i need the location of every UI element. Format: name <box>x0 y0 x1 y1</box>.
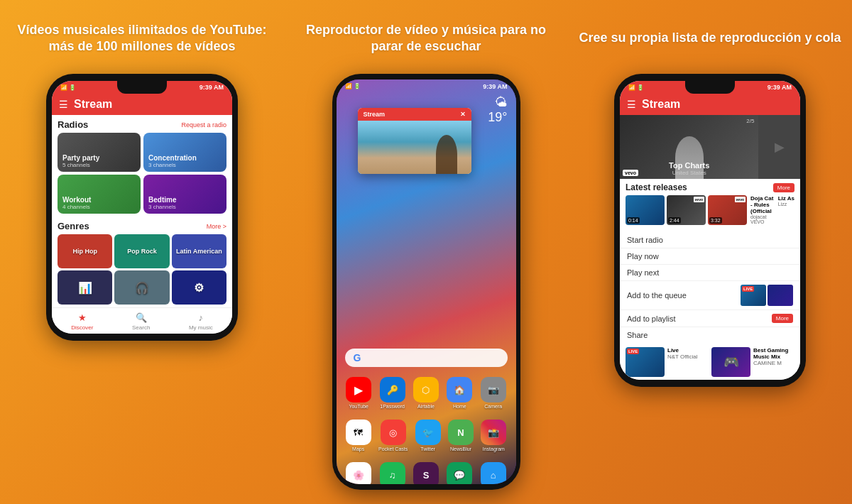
nav-search[interactable]: 🔍 Search <box>132 312 150 331</box>
bottom-nav-1: ★ Discover 🔍 Search ♪ My music <box>52 307 232 334</box>
chart-next-placeholder: ▶ <box>775 139 785 155</box>
radio-card-concentration-sub: 3 channels <box>148 162 222 168</box>
latest-releases: Latest releases More 0:14 2:44 vevo 3:32… <box>620 179 800 231</box>
radio-card-concentration-name: Concentration <box>148 154 222 162</box>
home-label: Home <box>453 404 466 409</box>
app-youtube[interactable]: ▶ YouTube <box>346 377 371 409</box>
bottom-vid-1-info: Live N&T Official <box>667 347 709 377</box>
context-share[interactable]: Share <box>620 327 800 343</box>
app-camera[interactable]: 📷 Camera <box>481 377 506 409</box>
radio-card-party-name: Party party <box>62 154 136 162</box>
more-btn-2[interactable]: More <box>772 314 793 323</box>
radio-card-workout-sub: 4 channels <box>62 204 136 210</box>
context-add-queue[interactable]: Add to the queue LIVE <box>620 281 800 310</box>
genre-latin[interactable]: Latin American <box>172 234 226 268</box>
bottom-vid-2-info: Best Gaming Music Mix CAMINE M <box>753 347 794 377</box>
radio-card-concentration[interactable]: Concentration 3 channels <box>143 133 226 172</box>
my-music-icon: ♪ <box>199 312 204 323</box>
live-badge: LIVE <box>742 286 754 292</box>
app-pocketcasts[interactable]: ◎ Pocket Casts <box>378 420 408 451</box>
hangouts-icon: 💬 <box>447 462 472 484</box>
nav-discover[interactable]: ★ Discover <box>71 312 93 331</box>
genre-latin-label: Latin American <box>176 248 222 255</box>
app-hangouts[interactable]: 💬 Hangouts <box>447 462 472 484</box>
genres-section-header: Genres More > <box>52 221 232 231</box>
panel-1-heading: Vídeos musicales ilimitados de YouTube: … <box>17 13 266 64</box>
latest-more-btn[interactable]: More <box>773 183 794 192</box>
panel-3-heading: Cree su propia lista de reproducción y c… <box>579 13 841 64</box>
queue-thumbs: LIVE <box>741 285 793 306</box>
nav-my-music[interactable]: ♪ My music <box>189 312 213 331</box>
genre-icon-2[interactable]: 🎧 <box>114 270 169 305</box>
stream-popup-close[interactable]: ✕ <box>460 111 466 118</box>
app-slack[interactable]: S Slack <box>413 462 439 484</box>
radio-card-workout-name: Workout <box>62 196 136 204</box>
app-maps[interactable]: 🗺 Maps <box>346 420 371 451</box>
stream-popup[interactable]: Stream ✕ <box>358 108 471 174</box>
bottom-vid-2[interactable]: 🎮 <box>711 347 750 377</box>
release-thumb-1[interactable]: 0:14 <box>626 195 665 225</box>
context-menu: Start radio Play now Play next Add to th… <box>620 231 800 344</box>
app-header-3: ☰ Stream <box>620 94 800 115</box>
stream-popup-thumbnail <box>358 121 471 174</box>
release-thumb-3[interactable]: 3:32 vevo <box>708 195 747 225</box>
app-photos[interactable]: 🌸 Photos <box>346 462 371 484</box>
bottom-vid-1[interactable]: LIVE <box>626 347 665 377</box>
app-twitter[interactable]: 🐦 Twitter <box>415 420 441 451</box>
bottom-video-items: LIVE Live N&T Official 🎮 Best Gaming Mus… <box>620 344 800 380</box>
status-time-3: 9:39 AM <box>768 84 792 91</box>
twitter-label: Twitter <box>420 447 435 451</box>
radio-card-workout[interactable]: Workout 4 channels <box>58 175 141 214</box>
context-play-now[interactable]: Play now <box>620 248 800 265</box>
release-thumb-2[interactable]: 2:44 vevo <box>667 195 706 225</box>
genre-icon-1[interactable]: 📊 <box>58 270 112 305</box>
google-logo: G <box>354 352 361 363</box>
genre-hip-hop[interactable]: Hip Hop <box>58 234 112 268</box>
nest-icon: ⌂ <box>481 462 506 484</box>
request-radio-btn[interactable]: Request a radio <box>181 121 226 128</box>
chart-thumb-main[interactable]: 2/5 Top Charts United States vevo <box>620 115 758 179</box>
app-nest[interactable]: ⌂ Nest <box>481 462 506 484</box>
status-icons-3: 📶 🔋 <box>628 84 644 91</box>
chart-thumb-next[interactable]: ▶ <box>758 115 800 179</box>
genres-more-btn[interactable]: More > <box>207 223 226 230</box>
radio-card-party-sub: 5 channels <box>62 162 136 168</box>
releases-thumb-row: 0:14 2:44 vevo 3:32 vevo Doja Cat - Rule… <box>626 195 794 225</box>
hamburger-icon-1[interactable]: ☰ <box>59 99 68 110</box>
newsblur-label: NewsBlur <box>450 447 471 451</box>
photos-icon: 🌸 <box>346 462 371 484</box>
stream-popup-header: Stream ✕ <box>358 108 471 121</box>
genre-icon-3[interactable]: ⚙ <box>172 270 226 305</box>
nav-discover-label: Discover <box>71 324 93 331</box>
genre-icon-3-label: ⚙ <box>194 281 204 295</box>
context-play-next[interactable]: Play next <box>620 265 800 281</box>
hamburger-icon-3[interactable]: ☰ <box>627 99 636 110</box>
context-start-radio[interactable]: Start radio <box>620 232 800 248</box>
app-spotify[interactable]: ♫ Spotify <box>380 462 405 484</box>
app-newsblur[interactable]: N NewsBlur <box>448 420 474 451</box>
radio-card-party[interactable]: Party party 5 channels <box>58 133 141 172</box>
app-1password[interactable]: 🔑 1Password <box>380 377 405 409</box>
release-sub-1: dojacat VEVO <box>750 214 776 224</box>
slack-icon: S <box>413 462 439 484</box>
maps-label: Maps <box>352 447 364 451</box>
chart-page: 2/5 <box>746 118 754 124</box>
app-instagram[interactable]: 📸 Instagram <box>481 420 506 451</box>
phone-screen-2: 📶 🔋 9:39 AM 🌤 19° Stream ✕ <box>337 80 516 484</box>
release-text-info-2: Liz As Lizz <box>778 195 794 225</box>
maps-icon: 🗺 <box>346 420 371 445</box>
panel-2: Reproductor de vídeo y música para no pa… <box>284 0 568 504</box>
genre-pop-rock[interactable]: Pop Rock <box>114 234 169 268</box>
radio-card-bedtime[interactable]: Bedtime 3 channels <box>143 175 226 214</box>
camera-icon: 📷 <box>481 377 506 402</box>
app-home[interactable]: 🏠 Home <box>447 377 472 409</box>
google-search-bar[interactable]: G <box>345 349 508 367</box>
app-airtable[interactable]: ⬡ Airtable <box>413 377 439 409</box>
genre-icon-2-label: 🎧 <box>135 281 149 295</box>
context-add-playlist[interactable]: Add to playlist More <box>620 310 800 327</box>
release-duration-1: 0:14 <box>627 217 640 224</box>
release-sub-2: Lizz <box>778 202 794 207</box>
bottom-vid-1-sub: N&T Official <box>667 354 709 360</box>
1password-icon: 🔑 <box>380 377 405 402</box>
genres-label: Genres <box>58 221 89 231</box>
